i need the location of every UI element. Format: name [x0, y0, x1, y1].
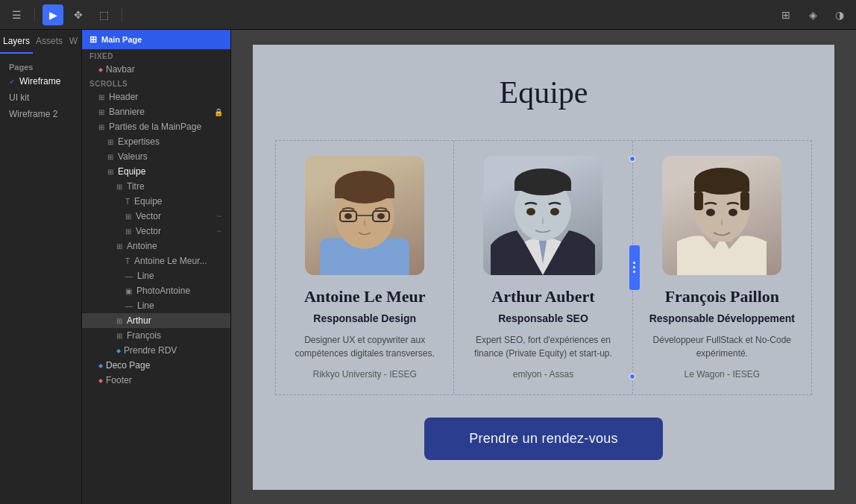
layer-parties[interactable]: ⊞ Parties de la MainPage	[82, 119, 230, 134]
person-desc-arthur: Expert SEO, fort d'expériences en financ…	[469, 333, 617, 360]
frame-tool[interactable]: ⬚	[93, 4, 114, 25]
layer-label: Arthur	[127, 315, 151, 326]
grid-icon: ⊞	[125, 212, 131, 221]
layer-label: Banniere	[109, 107, 145, 117]
text-icon: T	[125, 257, 130, 265]
diamond-blue-icon: ◆	[116, 347, 121, 354]
page-label: Wireframe	[19, 76, 60, 86]
layer-vector-1[interactable]: ⊞ Vector ～	[82, 209, 230, 224]
layer-label: Deco Page	[106, 360, 150, 371]
check-icon: ✓	[9, 78, 15, 86]
layer-label: Line	[137, 271, 154, 281]
layer-deco-page[interactable]: ◆ Deco Page	[82, 358, 230, 373]
person-name-arthur: Arthur Aubert	[469, 287, 617, 306]
grid-icon: ⊞	[98, 108, 104, 116]
fixed-section-label: FIXED	[82, 49, 230, 62]
tab-w[interactable]: W	[66, 30, 81, 54]
layer-arthur[interactable]: ⊞ Arthur	[82, 313, 230, 328]
layer-expertises[interactable]: ⊞ Expertises	[82, 134, 230, 149]
layer-label: PhotoAntoine	[136, 286, 190, 296]
canvas-frame: Equipe	[253, 45, 834, 490]
grid-icon: ⊞	[116, 332, 122, 340]
team-card-arthur: Arthur Aubert Responsable SEO Expert SEO…	[454, 141, 632, 394]
layer-valeurs[interactable]: ⊞ Valeurs	[82, 149, 230, 164]
layer-header[interactable]: ⊞ Header	[82, 89, 230, 104]
grid-icon: ⊞	[116, 183, 122, 191]
layer-navbar-fixed[interactable]: ◆ Navbar	[82, 62, 230, 77]
canvas-area: Equipe	[231, 30, 856, 504]
section-title: Equipe	[275, 75, 812, 110]
theme-icon[interactable]: ◑	[829, 4, 850, 25]
grid-icon: ⊞	[98, 93, 104, 101]
cursor-tool[interactable]: ▶	[43, 4, 63, 25]
layer-equipe-text[interactable]: T Equipe	[82, 194, 230, 209]
lock-icon: 🔒	[214, 108, 223, 116]
layer-label: Equipe	[118, 166, 145, 177]
layer-label: Header	[109, 92, 138, 102]
components-icon[interactable]: ◈	[802, 4, 823, 25]
layer-banniere[interactable]: ⊞ Banniere 🔒	[82, 104, 230, 119]
layer-line-1[interactable]: — Line	[82, 268, 230, 283]
cta-section: Prendre un rendez-vous	[275, 418, 812, 460]
layer-panel: ⊞ Main Page FIXED ◆ Navbar SCROLLS ⊞ Hea…	[82, 30, 231, 504]
photo-antoine	[305, 156, 424, 275]
layer-label: Navbar	[106, 64, 135, 75]
layer-prendre-rdv[interactable]: ◆ Prendre RDV	[82, 343, 230, 358]
grid-icon: ⊞	[107, 168, 113, 176]
layer-label: Expertises	[118, 136, 160, 147]
move-tool[interactable]: ✥	[68, 4, 89, 25]
layer-label: Antoine	[127, 241, 157, 251]
main-page-header[interactable]: ⊞ Main Page	[82, 30, 230, 49]
person-name-antoine: Antoine Le Meur	[291, 287, 438, 306]
svg-rect-19	[694, 181, 749, 192]
image-icon: ▣	[125, 287, 132, 295]
cta-button[interactable]: Prendre un rendez-vous	[424, 418, 663, 460]
svg-point-22	[706, 209, 715, 216]
layer-label: Line	[137, 300, 154, 311]
page-item-wireframe2[interactable]: Wireframe 2	[0, 106, 81, 122]
layer-footer[interactable]: ◆ Footer	[82, 373, 230, 388]
sel-handle-top	[629, 156, 635, 162]
person-desc-francois: Développeur FullStack et No-Code expérim…	[648, 333, 796, 360]
page-label: UI kit	[9, 92, 29, 103]
team-card-antoine: Antoine Le Meur Responsable Design Desig…	[276, 141, 454, 394]
person-role-antoine: Responsable Design	[291, 312, 438, 324]
grid-icon: ⊞	[116, 242, 122, 251]
layer-titre[interactable]: ⊞ Titre	[82, 179, 230, 194]
grid-icon: ⊞	[89, 34, 97, 45]
grid-view-icon[interactable]: ⊞	[775, 4, 796, 25]
layer-francois[interactable]: ⊞ François	[82, 328, 230, 343]
person-desc-antoine: Designer UX et copywriter aux compétence…	[291, 333, 438, 360]
page-item-uikit[interactable]: UI kit	[0, 89, 81, 106]
layer-label: Titre	[127, 181, 145, 192]
layer-label: Footer	[106, 375, 132, 385]
panel-tabs: Layers Assets W	[0, 30, 81, 54]
svg-point-14	[526, 208, 535, 215]
layer-line-2[interactable]: — Line	[82, 298, 230, 313]
tab-assets[interactable]: Assets	[33, 30, 66, 54]
layer-label: François	[127, 330, 161, 341]
layer-antoine-group[interactable]: ⊞ Antoine	[82, 239, 230, 253]
main-layout: Layers Assets W Pages ✓ Wireframe UI kit…	[0, 30, 856, 504]
page-item-wireframe[interactable]: ✓ Wireframe	[0, 73, 81, 89]
photo-arthur	[483, 156, 602, 275]
layer-label: Parties de la MainPage	[109, 122, 201, 132]
person-school-francois: Le Wagon - IESEG	[648, 369, 796, 379]
tab-layers[interactable]: Layers	[0, 30, 33, 54]
minus-icon: —	[125, 272, 133, 280]
layer-equipe[interactable]: ⊞ Equipe	[82, 164, 230, 179]
layer-antoine-text[interactable]: T Antoine Le Meur...	[82, 253, 230, 268]
layer-photo-antoine[interactable]: ▣ PhotoAntoine	[82, 283, 230, 298]
layer-vector-2[interactable]: ⊞ Vector ～	[82, 224, 230, 239]
grid-icon: ⊞	[107, 153, 113, 161]
menu-icon[interactable]: ☰	[6, 4, 27, 25]
team-grid: Antoine Le Meur Responsable Design Desig…	[275, 140, 812, 395]
svg-point-9	[377, 213, 385, 219]
resize-handle[interactable]	[629, 245, 640, 290]
svg-point-23	[728, 209, 737, 216]
pages-label: Pages	[0, 60, 81, 73]
main-page-label: Main Page	[101, 35, 142, 44]
sel-handle-bottom	[629, 374, 635, 379]
grid-icon: ⊞	[107, 138, 113, 146]
top-toolbar: ☰ ▶ ✥ ⬚ ⊞ ◈ ◑	[0, 0, 856, 30]
